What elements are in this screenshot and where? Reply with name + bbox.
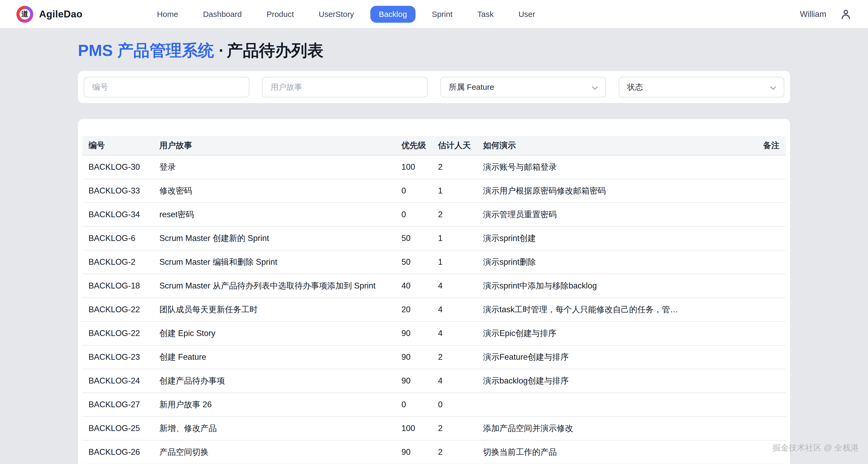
- cell-demo: 切换当前工作的产品: [480, 440, 689, 464]
- cell-priority: 100: [399, 417, 436, 440]
- backlog-table-body: BACKLOG-30登录1002演示账号与邮箱登录BACKLOG-33修改密码0…: [82, 155, 786, 464]
- cell-priority: 50: [399, 250, 436, 274]
- cell-story: Scrum Master 编辑和删除 Sprint: [157, 250, 399, 274]
- cell-days: 4: [435, 298, 480, 322]
- nav-item-backlog[interactable]: Backlog: [370, 6, 415, 23]
- table-row: BACKLOG-25新增、修改产品1002添加产品空间并演示修改: [82, 417, 786, 440]
- nav-item-task[interactable]: Task: [469, 6, 502, 23]
- cell-id: BACKLOG-6: [82, 227, 157, 250]
- filter-field-story: [262, 77, 428, 97]
- cell-note: [689, 440, 786, 464]
- column-header-story: 用户故事: [157, 136, 399, 155]
- cell-days: 1: [435, 227, 480, 250]
- nav-right: William: [800, 8, 851, 20]
- cell-note: [689, 345, 786, 369]
- cell-days: 2: [435, 155, 480, 179]
- cell-note: [689, 274, 786, 298]
- nav-item-userstory[interactable]: UserStory: [310, 6, 363, 23]
- cell-demo: 演示用户根据原密码修改邮箱密码: [480, 179, 689, 203]
- cell-days: 2: [435, 417, 480, 440]
- cell-priority: 20: [399, 298, 436, 322]
- current-user-name[interactable]: William: [800, 9, 826, 19]
- nav-item-dashboard[interactable]: Dashboard: [194, 6, 250, 23]
- cell-id: BACKLOG-30: [82, 155, 157, 179]
- cell-note: [689, 203, 786, 227]
- cell-id: BACKLOG-22: [82, 322, 157, 345]
- backlog-table: 编号 用户故事 优先级 估计人天 如何演示 备注 BACKLOG-30登录100…: [82, 136, 786, 464]
- cell-demo: 演示task工时管理，每个人只能修改自己的任务，管理员可以修改全部: [480, 298, 689, 322]
- nav-item-product[interactable]: Product: [258, 6, 302, 23]
- backlog-id-input[interactable]: [84, 77, 249, 97]
- cell-story: Scrum Master 创建新的 Sprint: [157, 227, 399, 250]
- cell-demo: 演示Epic创建与排序: [480, 322, 689, 345]
- logo-character: 道: [20, 9, 30, 20]
- cell-story: 创建产品待办事项: [157, 369, 399, 393]
- user-profile-icon[interactable]: [840, 8, 851, 20]
- nav-item-home[interactable]: Home: [149, 6, 186, 23]
- cell-demo: 演示管理员重置密码: [480, 203, 689, 227]
- cell-story: reset密码: [157, 203, 399, 227]
- cell-note: [689, 417, 786, 440]
- table-row: BACKLOG-30登录1002演示账号与邮箱登录: [82, 155, 786, 179]
- cell-note: [689, 322, 786, 345]
- cell-demo: 演示sprint中添加与移除backlog: [480, 274, 689, 298]
- column-header-priority: 优先级: [399, 136, 436, 155]
- table-row: BACKLOG-27新用户故事 2600: [82, 393, 786, 417]
- cell-days: 2: [435, 203, 480, 227]
- cell-note: [689, 155, 786, 179]
- status-select[interactable]: 状态: [619, 77, 784, 97]
- cell-id: BACKLOG-25: [82, 417, 157, 440]
- cell-days: 4: [435, 322, 480, 345]
- user-story-input[interactable]: [262, 77, 428, 97]
- cell-note: [689, 393, 786, 417]
- cell-priority: 90: [399, 440, 436, 464]
- cell-demo: 演示账号与邮箱登录: [480, 155, 689, 179]
- brand-name: AgileDao: [39, 9, 83, 20]
- cell-priority: 90: [399, 322, 436, 345]
- cell-story: 创建 Epic Story: [157, 322, 399, 345]
- cell-id: BACKLOG-23: [82, 345, 157, 369]
- brand[interactable]: 道 AgileDao: [17, 6, 83, 23]
- page-title-system: PMS 产品管理系统: [78, 41, 214, 59]
- nav-item-sprint[interactable]: Sprint: [424, 6, 461, 23]
- cell-id: BACKLOG-34: [82, 203, 157, 227]
- cell-id: BACKLOG-24: [82, 369, 157, 393]
- page-title-section: 产品待办列表: [227, 41, 323, 59]
- cell-id: BACKLOG-2: [82, 250, 157, 274]
- cell-demo: 添加产品空间并演示修改: [480, 417, 689, 440]
- cell-id: BACKLOG-22: [82, 298, 157, 322]
- cell-demo: 演示sprint删除: [480, 250, 689, 274]
- column-header-id: 编号: [82, 136, 157, 155]
- table-row: BACKLOG-2Scrum Master 编辑和删除 Sprint501演示s…: [82, 250, 786, 274]
- nav-item-user[interactable]: User: [510, 6, 544, 23]
- cell-demo: 演示sprint创建: [480, 227, 689, 250]
- cell-priority: 0: [399, 179, 436, 203]
- table-row: BACKLOG-6Scrum Master 创建新的 Sprint501演示sp…: [82, 227, 786, 250]
- cell-priority: 100: [399, 155, 436, 179]
- filter-bar: 所属 Feature 状态: [78, 71, 790, 103]
- backlog-table-card: 编号 用户故事 优先级 估计人天 如何演示 备注 BACKLOG-30登录100…: [78, 119, 790, 464]
- cell-days: 1: [435, 250, 480, 274]
- cell-story: 创建 Feature: [157, 345, 399, 369]
- table-row: BACKLOG-23创建 Feature902演示Feature创建与排序: [82, 345, 786, 369]
- cell-note: [689, 227, 786, 250]
- table-row: BACKLOG-22创建 Epic Story904演示Epic创建与排序: [82, 322, 786, 345]
- cell-story: 新增、修改产品: [157, 417, 399, 440]
- table-row: BACKLOG-18Scrum Master 从产品待办列表中选取待办事项添加到…: [82, 274, 786, 298]
- cell-demo: 演示backlog创建与排序: [480, 369, 689, 393]
- cell-story: 登录: [157, 155, 399, 179]
- table-row: BACKLOG-33修改密码01演示用户根据原密码修改邮箱密码: [82, 179, 786, 203]
- cell-note: [689, 179, 786, 203]
- cell-days: 2: [435, 345, 480, 369]
- cell-demo: [480, 393, 689, 417]
- table-row: BACKLOG-26产品空间切换902切换当前工作的产品: [82, 440, 786, 464]
- cell-priority: 50: [399, 227, 436, 250]
- cell-story: 产品空间切换: [157, 440, 399, 464]
- cell-days: 4: [435, 369, 480, 393]
- top-nav: 道 AgileDao Home Dashboard Product UserSt…: [0, 0, 868, 28]
- cell-priority: 90: [399, 369, 436, 393]
- cell-priority: 90: [399, 345, 436, 369]
- column-header-demo: 如何演示: [480, 136, 689, 155]
- feature-select[interactable]: 所属 Feature: [440, 77, 606, 97]
- table-row: BACKLOG-22团队成员每天更新任务工时204演示task工时管理，每个人只…: [82, 298, 786, 322]
